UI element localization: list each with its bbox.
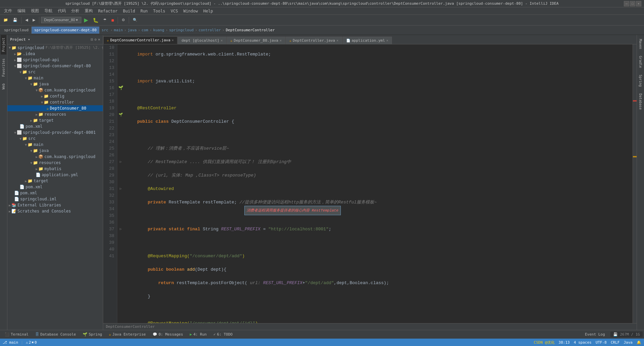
forward-button[interactable]: ▶: [31, 17, 37, 23]
menu-item-view[interactable]: 视图: [28, 7, 42, 14]
menu-item-analyze[interactable]: 分析: [69, 7, 82, 14]
close-tab-deptconsumer80[interactable]: ×: [280, 39, 282, 42]
tree-item-package[interactable]: ▼ 📦 com.kuang.springcloud: [7, 87, 103, 93]
menu-item-window[interactable]: Window: [180, 8, 200, 14]
tree-item-package-provider[interactable]: ▶ 📦 com.kuang.springcloud: [7, 154, 103, 160]
status-line-col[interactable]: 38:13: [559, 340, 570, 345]
run-icon-line27[interactable]: ▷: [120, 159, 122, 165]
tree-item-pom-provider[interactable]: 📄 pom.xml: [7, 184, 103, 190]
nav-kuang[interactable]: kuang: [152, 27, 166, 34]
file-tab-dept-localhost[interactable]: dept [@localhost] ×: [178, 37, 227, 44]
event-log-button[interactable]: Event Log: [582, 332, 608, 337]
run-button[interactable]: ▶: [82, 16, 90, 24]
memory-indicator[interactable]: 💾 267M / 1G: [610, 332, 643, 337]
menu-item-run[interactable]: Run: [138, 8, 151, 14]
file-tab-deptconsumer[interactable]: ☕ DeptConsumerController.java ×: [103, 36, 177, 44]
close-button[interactable]: ×: [636, 1, 641, 6]
tree-item-scratches[interactable]: ▶ 📝 Scratches and Consoles: [7, 208, 103, 214]
close-tab-dept-localhost[interactable]: ×: [220, 39, 223, 42]
left-tab-favorites[interactable]: Favorites: [1, 56, 6, 79]
nav-deptcontroller[interactable]: DeptConsumerController: [225, 27, 276, 34]
minimize-button[interactable]: ─: [624, 1, 629, 6]
status-filetype[interactable]: Java: [624, 340, 633, 345]
tree-item-idea[interactable]: ▶ 📂 .idea: [7, 51, 103, 57]
status-indent[interactable]: 4 spaces: [574, 340, 592, 345]
status-memory[interactable]: 🔔: [637, 340, 641, 345]
file-tab-deptconsumer80[interactable]: ☕ DeptConsumer_80.java ×: [227, 37, 286, 44]
run-config-button[interactable]: DeptConsumer_80 ▾: [41, 17, 81, 23]
tree-item-iml[interactable]: 📄 springcloud.iml: [7, 196, 103, 202]
run-icon-line31[interactable]: ▷: [120, 186, 122, 192]
tree-item-external-libs[interactable]: ▶ 📚 External Libraries: [7, 202, 103, 208]
nav-java[interactable]: java: [126, 27, 138, 34]
tree-item-target-provider[interactable]: ▶ 📁 target: [7, 178, 103, 184]
menu-item-refactor-cn[interactable]: 重构: [82, 7, 95, 14]
code-text[interactable]: import org.springframework.web.client.Re…: [124, 44, 633, 323]
debug-button[interactable]: 🐛: [91, 17, 100, 24]
bottom-tab-run[interactable]: ▶ 4: Run: [187, 332, 210, 337]
sidebar-collapse-icon[interactable]: ⊟: [91, 37, 93, 42]
menu-item-help[interactable]: Help: [201, 8, 216, 14]
bottom-tab-dbconsole[interactable]: 🗄 Database Console: [32, 332, 79, 337]
status-line-sep[interactable]: CRLF: [611, 340, 620, 345]
tree-item-mybatis[interactable]: ▶ 📁 mybatis: [7, 166, 103, 172]
close-tab-deptconsumer[interactable]: ×: [172, 38, 174, 42]
right-tab-spring[interactable]: Spring: [638, 72, 643, 89]
close-tab-deptcontroller[interactable]: ×: [336, 39, 338, 42]
run-icon-line37[interactable]: ▷: [120, 226, 122, 233]
bottom-tab-terminal[interactable]: ⬛ Terminal: [1, 332, 32, 337]
tree-item-src-provider[interactable]: ▼ 📁 src: [7, 136, 103, 142]
maximize-button[interactable]: □: [630, 1, 635, 6]
open-button[interactable]: 📁: [1, 17, 10, 23]
tree-item-src[interactable]: ▼ 📁 src: [7, 69, 103, 75]
bottom-tab-todo[interactable]: ✓ 6: TODO: [210, 332, 236, 337]
nav-main[interactable]: main: [113, 27, 124, 34]
menu-item-file[interactable]: 文件: [1, 7, 15, 14]
close-tab-appyml[interactable]: ×: [386, 39, 388, 42]
menu-item-vcs[interactable]: VCS: [168, 8, 181, 14]
tree-item-provider[interactable]: ▼ ⬜ springcloud-provider-dept-8001: [7, 129, 103, 136]
tree-item-controller[interactable]: ▼ 📁 controller: [7, 99, 103, 105]
nav-springcloud-pkg[interactable]: springcloud: [168, 27, 195, 34]
left-tab-project[interactable]: Project: [1, 35, 6, 54]
nav-controller[interactable]: controller: [197, 27, 222, 34]
tree-item-pom-consumer[interactable]: 📄 pom.xml: [7, 123, 103, 129]
save-button[interactable]: 💾: [11, 17, 19, 23]
status-encoding[interactable]: UTF-8: [596, 340, 607, 345]
file-tab-deptcontroller[interactable]: ☕ DeptController.java ×: [286, 37, 342, 44]
bean-icon-line15[interactable]: 🌱: [118, 85, 123, 91]
left-tab-web[interactable]: Web: [1, 81, 6, 92]
file-tab-appyml[interactable]: 📄 application.yml ×: [343, 37, 392, 44]
sidebar-close-icon[interactable]: ×: [98, 37, 100, 42]
run-coverage-button[interactable]: ☂: [101, 17, 109, 23]
bottom-tab-spring[interactable]: 🌱 Spring: [79, 332, 106, 337]
tree-item-deptconsumer[interactable]: ☕ DeptConsumer_80: [7, 105, 103, 111]
tree-item-java-provider[interactable]: ▼ 📁 java: [7, 148, 103, 154]
git-branch[interactable]: ⎇ main: [3, 340, 18, 345]
menu-item-edit[interactable]: 编辑: [15, 7, 28, 14]
nav-springcloud[interactable]: springcloud: [1, 27, 32, 34]
right-tab-db[interactable]: Database: [638, 91, 643, 112]
tree-item-config[interactable]: ▶ 📁 config: [7, 93, 103, 99]
menu-item-refactor[interactable]: Refactor: [95, 8, 120, 14]
tree-item-resources-provider[interactable]: ▼ 📁 resources: [7, 160, 103, 166]
menu-item-build[interactable]: Build: [120, 8, 138, 14]
tree-item-root[interactable]: ▼ 📁 springcloud F:\级管理\西开 [19525] \2. 代码…: [7, 44, 103, 51]
stop-button[interactable]: ■: [109, 17, 116, 24]
nav-src[interactable]: src: [99, 27, 110, 34]
sidebar-settings-icon[interactable]: ⚙: [94, 37, 97, 42]
bottom-tab-javaee[interactable]: ☕ Java Enterprise: [106, 332, 149, 337]
code-area[interactable]: 10 11 12 13 14 15 16 17 18 19 20 21 22 2…: [103, 44, 637, 323]
bottom-tab-messages[interactable]: 💬 0: Messages: [149, 332, 187, 337]
gutter-icon-line20[interactable]: 🌱: [119, 112, 123, 118]
tree-item-main[interactable]: ▼ 📁 main: [7, 75, 103, 81]
tree-item-java-folder[interactable]: ▼ 📁 java: [7, 81, 103, 87]
right-tab-gradle[interactable]: Gradle: [638, 53, 643, 71]
nav-consumer-dept-80[interactable]: springcloud-consumer-dept-80: [32, 27, 99, 34]
tree-item-target[interactable]: ▶ 📁 target: [7, 117, 103, 123]
nav-com[interactable]: com: [140, 27, 150, 34]
menu-item-code[interactable]: 代码: [55, 7, 69, 14]
search-everywhere-button[interactable]: 🔍: [131, 17, 139, 23]
back-button[interactable]: ◀: [23, 17, 30, 23]
tree-item-resources[interactable]: ▶ 📁 resources: [7, 111, 103, 117]
